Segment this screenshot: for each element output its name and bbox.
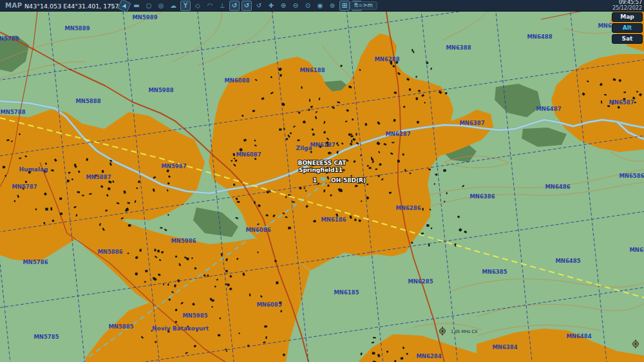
- grid-label: MN6385: [482, 269, 507, 275]
- building: [59, 198, 62, 200]
- grid-label: MN6386: [469, 193, 495, 200]
- mission-date: 25/12/2022: [612, 6, 642, 12]
- building: [415, 76, 417, 78]
- grid-label: MN5986: [171, 238, 196, 244]
- grid-label: MN6387: [459, 120, 484, 126]
- building: [369, 167, 372, 169]
- view-button-map[interactable]: Map: [612, 12, 643, 22]
- town-label: Zilga: [296, 145, 312, 151]
- building: [366, 184, 368, 186]
- building: [140, 249, 142, 251]
- building: [409, 88, 412, 91]
- tower-icon[interactable]: ⊥: [217, 1, 227, 11]
- circle-zone-icon[interactable]: ○: [144, 1, 154, 11]
- building: [102, 170, 104, 173]
- grid-label: MN6088: [224, 77, 249, 84]
- view-button-alt[interactable]: Alt: [612, 23, 643, 33]
- waypoint-diamond-icon[interactable]: ◇: [193, 1, 203, 11]
- building: [312, 133, 315, 136]
- measure-pill-icon[interactable]: ▬: [131, 1, 142, 11]
- ruler-icon[interactable]: ∿: [107, 1, 117, 11]
- select-arrow-icon[interactable]: ➤: [117, 0, 131, 12]
- building: [225, 270, 228, 272]
- building: [354, 218, 356, 221]
- building: [351, 140, 352, 142]
- building: [161, 251, 163, 253]
- map-canvas[interactable]: MN5789MN5889MN5989MN5788MN5888MN5988MN60…: [0, 0, 644, 362]
- grid-label: MN6484: [566, 333, 591, 339]
- grid-label: MN6287: [385, 131, 410, 137]
- building: [401, 357, 404, 359]
- building: [418, 90, 421, 92]
- grid-label: MN6086: [245, 227, 270, 233]
- town-label: Noviy Batakoyurt: [152, 325, 209, 332]
- grid-label: MN5989: [132, 14, 157, 21]
- building: [309, 99, 310, 102]
- building: [252, 110, 255, 111]
- grid-label: MN5889: [64, 25, 90, 32]
- grid-label: MN6288: [374, 56, 399, 62]
- grid-label: MN5985: [182, 312, 207, 319]
- grid-label: MN5887: [86, 174, 111, 180]
- town-label: Humalag: [19, 166, 48, 173]
- grid-label: MN6384: [492, 344, 517, 350]
- globe-icon[interactable]: ⊚: [327, 1, 337, 11]
- grid-label: MN6487: [536, 106, 561, 112]
- view-button-sat[interactable]: Sat: [612, 34, 643, 44]
- unit-pilot-name: Springfield11: [299, 167, 343, 173]
- building: [373, 337, 376, 338]
- building: [254, 140, 256, 142]
- grid-label: MN6188: [299, 67, 325, 73]
- building: [389, 192, 392, 194]
- building: [421, 233, 424, 234]
- zoom-out-icon[interactable]: ⊖: [290, 1, 301, 11]
- unit-toggle-button[interactable]: ft=>m: [350, 1, 377, 10]
- zoom-in-icon[interactable]: ⊕: [278, 1, 289, 11]
- grid-label: MN6186: [321, 216, 346, 223]
- building: [3, 166, 5, 169]
- building: [167, 182, 169, 185]
- building: [5, 175, 6, 176]
- grid-icon[interactable]: ⊞: [339, 1, 350, 11]
- building: [634, 102, 636, 103]
- building: [45, 207, 48, 211]
- building: [237, 201, 240, 203]
- zoom-area-icon[interactable]: ⊙: [303, 1, 313, 11]
- pan-icon[interactable]: ✚: [266, 1, 276, 11]
- building: [144, 281, 146, 282]
- building: [372, 352, 375, 354]
- unit-group-name: BONELESS CAT: [298, 160, 347, 166]
- redo-icon[interactable]: ↺: [242, 1, 252, 11]
- history-icon[interactable]: ↺: [254, 1, 264, 11]
- building: [352, 119, 354, 120]
- signal-fan-icon[interactable]: ◠: [205, 1, 215, 11]
- building: [136, 187, 138, 189]
- globe-target-icon[interactable]: ◉: [315, 1, 325, 11]
- route-branch-icon[interactable]: Y: [180, 1, 191, 11]
- building: [367, 165, 369, 167]
- building: [285, 196, 287, 198]
- building: [249, 294, 251, 296]
- grid-label: MN6087: [236, 151, 261, 158]
- grid-label: MN6488: [527, 33, 552, 40]
- building: [280, 310, 282, 312]
- copy-zone-icon[interactable]: ◎: [156, 1, 166, 11]
- cloud-icon[interactable]: ☁: [168, 1, 178, 11]
- building: [157, 250, 159, 252]
- grid-label: MN5885: [108, 323, 133, 330]
- building: [372, 158, 374, 161]
- grid-label: MN5888: [75, 98, 100, 104]
- building: [86, 158, 88, 161]
- building: [154, 249, 156, 251]
- grid-label: MN6285: [408, 278, 433, 285]
- grid-label: MN5787: [12, 184, 37, 190]
- undo-icon[interactable]: ↺: [229, 1, 240, 11]
- building: [128, 224, 131, 227]
- top-toolbar: MAP N43°14.053 E44°31.401, 1757 ft ∿➤▬○◎…: [0, 0, 644, 12]
- grid-label: MN5886: [97, 249, 122, 255]
- view-buttons: MapAltSat: [612, 12, 643, 44]
- grid-label: MN5788: [0, 109, 25, 115]
- beacon-label: 1.05 MHz CX: [451, 329, 478, 334]
- building: [412, 49, 413, 52]
- grid-label: MN6586: [619, 173, 644, 179]
